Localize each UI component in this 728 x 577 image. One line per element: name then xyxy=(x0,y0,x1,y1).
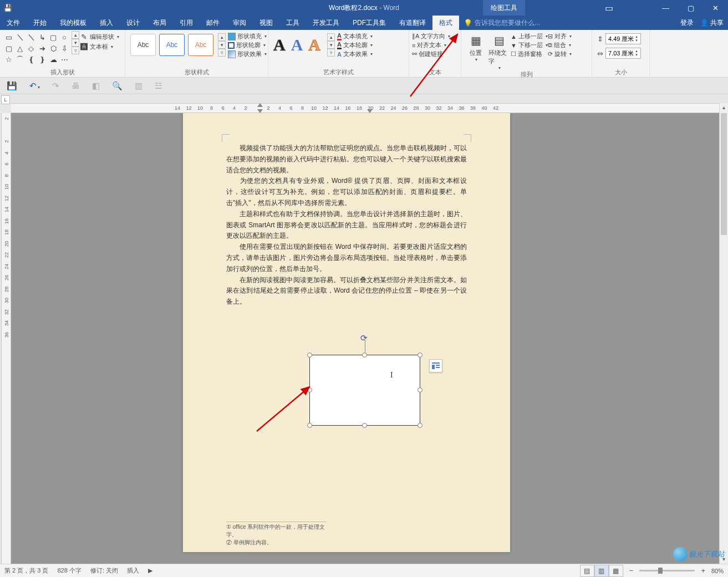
close-button[interactable]: ✕ xyxy=(703,0,728,16)
save-icon[interactable]: 💾 xyxy=(3,4,12,12)
wordart-style-2[interactable]: A xyxy=(291,35,303,54)
wordart-gallery[interactable]: A A A ▴▾▿ xyxy=(271,31,337,59)
contextual-tab-drawing-tools[interactable]: 绘图工具 xyxy=(483,0,525,16)
resize-handle[interactable] xyxy=(307,387,312,392)
tab-mytemplates[interactable]: 我的模板 xyxy=(53,16,93,30)
resize-handle[interactable] xyxy=(418,387,422,392)
status-macro-icon[interactable]: ▶ xyxy=(148,567,152,574)
tab-design[interactable]: 设计 xyxy=(120,16,146,30)
shape-textbox-icon[interactable]: ▭ xyxy=(4,32,14,42)
text-effects-button[interactable]: A文本效果▾ xyxy=(337,50,373,58)
tab-file[interactable]: 文件 xyxy=(0,16,27,30)
tab-home[interactable]: 开始 xyxy=(27,16,53,30)
text-fill-button[interactable]: A文本填充▾ xyxy=(337,32,373,40)
shape-arrowdown-icon[interactable]: ⇩ xyxy=(59,43,69,53)
shape-line2-icon[interactable]: ＼ xyxy=(26,32,36,42)
shape-cloud-icon[interactable]: ☁ xyxy=(48,54,58,64)
shape-styles-nav[interactable]: ▴▾▿ xyxy=(218,33,226,57)
paragraph[interactable]: 使用在需要位置出现的新按钮在 Word 中保存时间。若要更改图片适应文档的方式，… xyxy=(226,242,467,274)
rotate-handle-icon[interactable]: ⟳ xyxy=(360,333,369,342)
status-insert-mode[interactable]: 插入 xyxy=(127,566,139,575)
shape-star-icon[interactable]: ☆ xyxy=(4,54,14,64)
zoom-out-button[interactable]: − xyxy=(628,566,635,575)
status-track-changes[interactable]: 修订: 关闭 xyxy=(90,566,118,575)
tab-tools[interactable]: 工具 xyxy=(279,16,306,30)
resize-handle[interactable] xyxy=(307,423,312,428)
view-web-layout[interactable]: ▦ xyxy=(609,565,623,577)
tab-pdftools[interactable]: PDF工具集 xyxy=(346,16,393,30)
login-link[interactable]: 登录 xyxy=(680,18,694,28)
shape-arrow-icon[interactable]: ➔ xyxy=(37,43,47,53)
shape-width-field[interactable]: ⇔ 7.03 厘米▲▼ xyxy=(597,48,641,59)
scrollbar-thumb[interactable] xyxy=(721,113,727,235)
resize-handle[interactable] xyxy=(307,353,312,358)
zoom-slider[interactable] xyxy=(639,570,695,571)
tab-layout[interactable]: 布局 xyxy=(146,16,173,30)
shape-arc-icon[interactable]: ⏜ xyxy=(15,54,25,64)
minimize-button[interactable]: — xyxy=(653,0,678,16)
shape-outline-button[interactable]: 形状轮廓▾ xyxy=(228,41,267,49)
status-page[interactable]: 第 2 页，共 3 页 xyxy=(4,566,48,575)
view-read-mode[interactable]: ▤ xyxy=(580,565,594,577)
qat-preview-icon[interactable]: 🔍 xyxy=(112,81,123,91)
tab-references[interactable]: 引用 xyxy=(173,16,200,30)
wordart-style-3[interactable]: A xyxy=(308,35,320,54)
text-direction-button[interactable]: ∥A文字方向▾ xyxy=(412,32,450,40)
text-box-button[interactable]: 🅰文本框▾ xyxy=(79,42,119,51)
qat-icon-5[interactable]: ◧ xyxy=(92,81,100,91)
vertical-ruler[interactable]: 224681012141618202224262830323436 xyxy=(1,113,11,564)
tab-review[interactable]: 审阅 xyxy=(226,16,253,30)
qat-undo-icon[interactable]: ↶▾ xyxy=(29,81,40,91)
scroll-up-icon[interactable]: ▴ xyxy=(720,103,728,112)
bring-forward-button[interactable]: ▲上移一层▾ xyxy=(511,32,548,40)
shape-diamond-icon[interactable]: ◇ xyxy=(26,43,36,53)
zoom-in-button[interactable]: + xyxy=(699,566,707,575)
wordart-style-1[interactable]: A xyxy=(273,35,286,54)
shape-oval-icon[interactable]: ○ xyxy=(59,32,69,42)
shape-effects-button[interactable]: 形状效果▾ xyxy=(228,50,267,58)
qat-redo-icon[interactable]: ↷ xyxy=(52,81,59,91)
document-area[interactable]: 视频提供了功能强大的方法帮助您证明您的观点。当您单击联机视频时，可以在想要添加的… xyxy=(11,113,719,564)
paragraph[interactable]: 视频提供了功能强大的方法帮助您证明您的观点。当您单击联机视频时，可以在想要添加的… xyxy=(226,143,467,176)
shape-rect-icon[interactable]: ▢ xyxy=(48,32,58,42)
tell-me-search[interactable]: 💡告诉我您想要做什么... xyxy=(464,16,540,30)
group-button[interactable]: ⧉组合▾ xyxy=(548,41,572,49)
shapes-gallery[interactable]: ▭＼＼↳▢○ ▢△◇➔⬡⇩ ☆⏜❴❵☁⋯ xyxy=(3,31,70,65)
tab-format[interactable]: 格式 xyxy=(432,16,459,30)
shape-brace2-icon[interactable]: ❵ xyxy=(37,54,47,64)
resize-handle[interactable] xyxy=(418,423,422,428)
create-link-button[interactable]: ⚯创建链接 xyxy=(412,50,450,58)
qat-icon-8[interactable]: ☳ xyxy=(155,81,162,91)
layout-options-button[interactable] xyxy=(429,359,442,372)
text-outline-button[interactable]: A文本轮廓▾ xyxy=(337,41,373,49)
paragraph[interactable]: 在新的阅读视图中阅读更加容易。可以折叠文档某些部分并关注所需文本。如果在达到结尾… xyxy=(226,275,467,308)
qat-print-icon[interactable]: 🖶 xyxy=(72,81,80,90)
send-backward-button[interactable]: ▼下移一层▾ xyxy=(511,41,548,49)
shape-fill-button[interactable]: 形状填充▾ xyxy=(228,32,267,40)
shape-height-field[interactable]: ⇕ 4.49 厘米▲▼ xyxy=(597,33,641,44)
resize-handle[interactable] xyxy=(362,423,367,428)
tab-view[interactable]: 视图 xyxy=(253,16,279,30)
shape-styles-gallery[interactable]: Abc Abc Abc ▴▾▿ xyxy=(128,31,228,59)
maximize-button[interactable]: ▢ xyxy=(678,0,703,16)
qat-save-icon[interactable]: 💾 xyxy=(7,81,17,91)
shapes-gallery-nav[interactable]: ▴▾▿ xyxy=(72,31,79,54)
shape-line-icon[interactable]: ＼ xyxy=(15,32,25,42)
style-thumb-3[interactable]: Abc xyxy=(188,34,213,56)
tab-insert[interactable]: 插入 xyxy=(93,16,120,30)
style-thumb-2[interactable]: Abc xyxy=(159,34,185,56)
align-text-button[interactable]: ≡对齐文本▾ xyxy=(412,41,450,49)
shape-brace-icon[interactable]: ❴ xyxy=(26,54,36,64)
shape-more-icon[interactable]: ⋯ xyxy=(59,54,69,64)
status-word-count[interactable]: 828 个字 xyxy=(57,566,81,575)
tab-mailings[interactable]: 邮件 xyxy=(200,16,226,30)
zoom-level[interactable]: 80% xyxy=(711,568,724,574)
shape-hex-icon[interactable]: ⬡ xyxy=(48,43,58,53)
edit-shape-button[interactable]: ✎编辑形状▾ xyxy=(79,32,119,41)
qat-icon-7[interactable]: ▥ xyxy=(135,81,142,91)
horizontal-ruler[interactable]: 1412108642246810121416182022242628303234… xyxy=(11,103,719,113)
shape-triangle-icon[interactable]: △ xyxy=(15,43,25,53)
view-print-layout[interactable]: ▥ xyxy=(594,565,609,577)
vertical-scrollbar[interactable]: ▴ ▾ xyxy=(719,103,728,564)
align-button[interactable]: ⊟对齐▾ xyxy=(548,32,572,40)
